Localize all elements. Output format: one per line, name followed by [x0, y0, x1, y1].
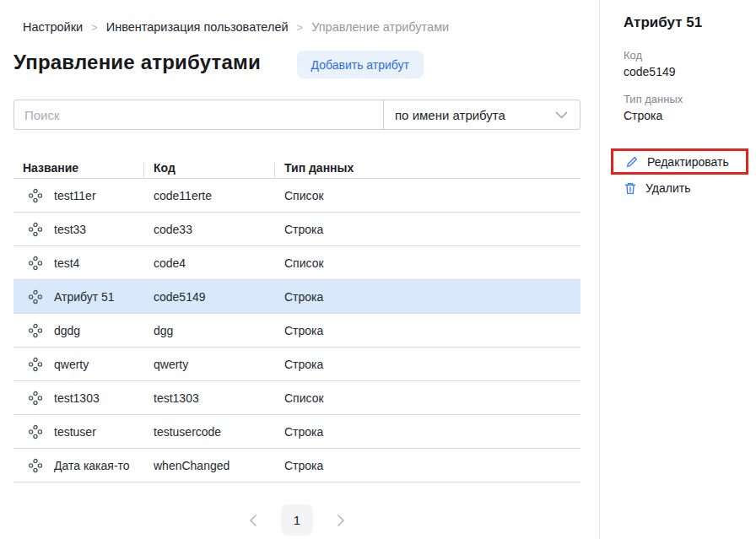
row-type: Строка	[284, 324, 580, 337]
row-name: test11er	[54, 189, 96, 202]
attribute-icon	[28, 357, 43, 372]
pagination-current-page[interactable]: 1	[281, 504, 313, 536]
page-title: Управление атрибутами	[14, 51, 261, 74]
table-row[interactable]: test1303 test1303 Список	[14, 381, 580, 415]
row-code: code5149	[154, 290, 284, 304]
delete-button-label: Удалить	[645, 181, 690, 195]
pagination: 1	[14, 504, 580, 536]
row-name: Дата какая-то	[54, 459, 130, 472]
row-type: Строка	[284, 425, 580, 439]
trash-icon	[624, 181, 637, 196]
field-label-code: Код	[624, 49, 642, 62]
row-code: testusercode	[154, 425, 284, 439]
row-type: Список	[284, 391, 580, 405]
pencil-icon	[625, 155, 639, 169]
row-code: code4	[154, 256, 284, 270]
search-filter-select[interactable]: по имени атрибута	[383, 100, 580, 129]
table-row[interactable]: dgdg dgg Строка	[14, 314, 580, 348]
row-name: testuser	[54, 425, 96, 439]
table-row[interactable]: test11er code11erte Список	[14, 179, 580, 213]
table-row[interactable]: Атрибут 51 code5149 Строка	[14, 280, 580, 314]
attribute-icon	[28, 256, 43, 271]
table-row[interactable]: test33 code33 Строка	[14, 213, 580, 246]
column-header-type: Тип данных	[274, 161, 580, 175]
search-bar: по имени атрибута	[14, 100, 580, 130]
row-name: test4	[54, 256, 79, 270]
row-type: Список	[284, 189, 580, 202]
row-name: test33	[54, 223, 86, 236]
row-type: Строка	[284, 223, 580, 236]
row-code: test1303	[154, 391, 284, 405]
row-type: Строка	[284, 459, 580, 472]
details-panel: Атрибут 51 Код code5149 Тип данных Строк…	[599, 0, 756, 539]
column-header-code: Код	[143, 161, 274, 175]
attribute-icon	[28, 289, 43, 305]
row-name: dgdg	[54, 324, 80, 337]
search-filter-value: по имени атрибута	[395, 108, 505, 122]
details-panel-title: Атрибут 51	[624, 14, 702, 31]
row-name: test1303	[54, 391, 100, 405]
attributes-management-page: Настройки > Инвентаризация пользователей…	[0, 0, 756, 539]
main-content: Настройки > Инвентаризация пользователей…	[0, 0, 599, 539]
edit-button[interactable]: Редактировать	[611, 148, 748, 175]
pagination-next-button[interactable]	[333, 510, 348, 531]
row-code: dgg	[154, 324, 284, 337]
column-header-name: Название	[14, 161, 143, 175]
breadcrumb-current: Управление атрибутами	[311, 20, 449, 34]
attribute-icon	[28, 424, 43, 439]
attribute-icon	[28, 323, 43, 338]
row-code: code11erte	[154, 189, 284, 202]
row-code: qwerty	[154, 358, 284, 371]
table-row[interactable]: Дата какая-то whenChanged Строка	[14, 449, 580, 482]
breadcrumb-user-inventory[interactable]: Инвентаризация пользователей	[106, 20, 289, 34]
row-name: qwerty	[54, 358, 89, 371]
breadcrumb-separator-icon: >	[91, 21, 98, 34]
field-value-code: code5149	[624, 65, 676, 78]
table-row[interactable]: testuser testusercode Строка	[14, 415, 580, 449]
breadcrumb-settings[interactable]: Настройки	[23, 20, 83, 34]
delete-button[interactable]: Удалить	[624, 180, 690, 197]
table-row[interactable]: test4 code4 Список	[14, 246, 580, 280]
table-body: test11er code11erte Список test33 code33…	[14, 179, 580, 482]
row-type: Строка	[284, 358, 580, 371]
chevron-right-icon	[337, 514, 345, 527]
field-label-datatype: Тип данных	[624, 93, 683, 105]
search-input[interactable]	[14, 100, 383, 129]
row-type: Строка	[284, 290, 580, 304]
attribute-icon	[28, 391, 43, 406]
field-value-datatype: Строка	[624, 109, 662, 122]
chevron-left-icon	[249, 514, 257, 527]
chevron-down-icon	[555, 111, 568, 119]
row-code: whenChanged	[154, 459, 284, 472]
row-code: code33	[154, 223, 284, 236]
table-row[interactable]: qwerty qwerty Строка	[14, 348, 580, 381]
attribute-icon	[28, 188, 43, 203]
attributes-table: Название Код Тип данных test11er code11e…	[14, 157, 580, 482]
edit-button-label: Редактировать	[647, 155, 729, 169]
attribute-icon	[28, 222, 43, 237]
breadcrumb-separator-icon: >	[297, 21, 304, 34]
pagination-prev-button[interactable]	[246, 510, 261, 531]
row-name: Атрибут 51	[54, 290, 115, 304]
add-attribute-button[interactable]: Добавить атрибут	[297, 51, 424, 78]
row-type: Список	[284, 256, 580, 270]
breadcrumb: Настройки > Инвентаризация пользователей…	[23, 20, 449, 34]
table-header: Название Код Тип данных	[14, 157, 580, 179]
attribute-icon	[28, 458, 43, 473]
